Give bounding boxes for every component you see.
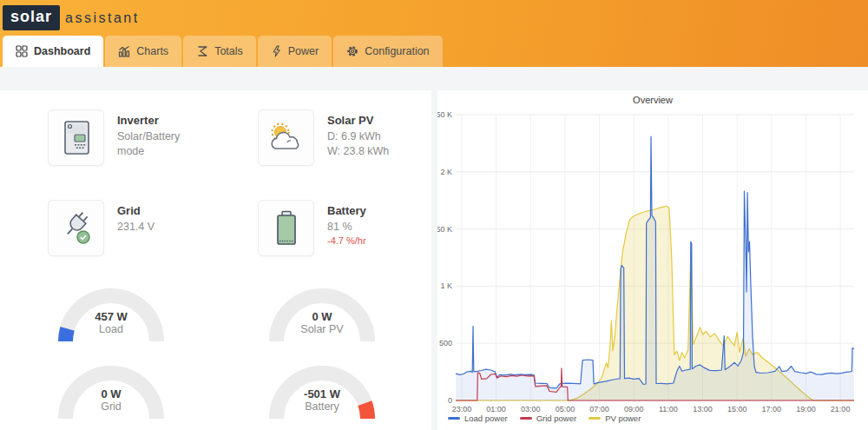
svg-text:09:00: 09:00 <box>624 405 644 413</box>
battery-soc: 81 % <box>327 220 366 235</box>
svg-text:2 K: 2 K <box>440 168 452 176</box>
tab-power[interactable]: Power <box>258 36 332 67</box>
inverter-icon-tile <box>48 109 104 166</box>
tab-label: Configuration <box>365 45 429 57</box>
load-gauge: 457 W Load <box>46 288 176 345</box>
svg-text:2.50 K: 2.50 K <box>437 110 452 119</box>
gear-icon <box>346 45 358 57</box>
legend-load-power[interactable]: Load power <box>448 413 508 423</box>
battery-icon <box>269 208 304 248</box>
svg-text:05:00: 05:00 <box>556 405 575 413</box>
grid-card: Grid 231.4 V <box>48 200 258 256</box>
tab-label: Dashboard <box>34 45 90 57</box>
svg-text:01:00: 01:00 <box>486 405 506 413</box>
dashboard-grid-icon <box>16 45 28 57</box>
svg-text:21:00: 21:00 <box>831 405 851 413</box>
load-gauge-label: Load <box>46 323 176 336</box>
grid-gauge-value: 0 W <box>46 387 176 400</box>
pv-power-swatch <box>589 417 601 420</box>
svg-text:1 K: 1 K <box>440 281 452 290</box>
tab-label: Totals <box>214 45 243 57</box>
tab-totals[interactable]: Totals <box>183 36 256 67</box>
svg-text:11:00: 11:00 <box>659 405 678 413</box>
overview-chart-panel: Overview 23:0001:0003:0005:0007:0009:001… <box>437 90 868 430</box>
solar-pv-gauge-label: Solar PV <box>257 323 387 336</box>
brand-name: assistant <box>65 10 140 26</box>
solar-pv-day-value: D: 6.9 kWh <box>327 129 389 144</box>
battery-rate: -4.7 %/hr <box>327 235 366 247</box>
overview-chart: 23:0001:0003:0005:0007:0009:0011:0013:00… <box>437 90 868 415</box>
sigma-icon <box>196 45 208 57</box>
grid-icon-tile <box>48 200 104 256</box>
svg-text:13:00: 13:00 <box>693 405 713 413</box>
svg-text:15:00: 15:00 <box>727 405 747 413</box>
tab-configuration[interactable]: Configuration <box>333 36 442 67</box>
bar-chart-icon <box>118 45 130 57</box>
inverter-card: Inverter Solar/Battery mode <box>48 109 258 166</box>
svg-text:03:00: 03:00 <box>521 405 541 413</box>
grid-title: Grid <box>117 204 155 217</box>
battery-gauge-label: Battery <box>257 400 387 413</box>
solar-logo: solar <box>3 5 60 30</box>
sun-cloud-icon <box>266 120 306 156</box>
svg-text:07:00: 07:00 <box>589 405 609 413</box>
plug-check-icon <box>56 208 96 248</box>
legend-label: Load power <box>464 413 508 423</box>
inverter-title: Inverter <box>117 114 180 127</box>
svg-text:500: 500 <box>439 339 452 347</box>
solar-pv-week-value: W: 23.8 kWh <box>327 144 389 159</box>
legend-label: Grid power <box>536 413 576 423</box>
grid-gauge-label: Grid <box>46 400 176 413</box>
top-header: solar assistant Dashboard Charts Totals <box>0 0 868 67</box>
svg-text:17:00: 17:00 <box>762 405 782 413</box>
battery-icon-tile <box>258 200 314 256</box>
solar-pv-title: Solar PV <box>327 114 389 127</box>
power-gauges: 457 W Load 0 W Solar PV 0 W Grid <box>0 256 431 422</box>
legend-label: PV power <box>605 413 641 423</box>
legend-grid-power[interactable]: Grid power <box>520 413 576 423</box>
battery-gauge-value: -501 W <box>257 387 387 400</box>
grid-power-swatch <box>520 417 532 420</box>
solar-pv-gauge-value: 0 W <box>257 310 387 323</box>
solar-pv-gauge: 0 W Solar PV <box>257 288 387 345</box>
legend-pv-power[interactable]: PV power <box>589 413 641 423</box>
battery-title: Battery <box>327 204 366 217</box>
battery-gauge: -501 W Battery <box>257 365 387 422</box>
tab-charts[interactable]: Charts <box>105 36 181 67</box>
main-tabs: Dashboard Charts Totals Power <box>0 36 868 67</box>
tab-label: Charts <box>136 45 168 57</box>
chart-legend: Load power Grid power PV power <box>448 413 641 423</box>
load-power-swatch <box>448 417 460 420</box>
svg-text:1.50 K: 1.50 K <box>437 225 452 234</box>
status-panel: Inverter Solar/Battery mode Solar PV <box>0 90 431 430</box>
svg-text:19:00: 19:00 <box>796 405 816 413</box>
inverter-mode-line2: mode <box>117 144 180 159</box>
battery-card: Battery 81 % -4.7 %/hr <box>258 200 423 256</box>
tab-dashboard[interactable]: Dashboard <box>3 36 103 67</box>
inverter-icon <box>59 118 94 158</box>
tab-label: Power <box>288 45 319 57</box>
page-content: Inverter Solar/Battery mode Solar PV <box>0 67 868 430</box>
inverter-mode-line1: Solar/Battery <box>117 129 180 144</box>
svg-text:23:00: 23:00 <box>452 405 472 413</box>
load-gauge-value: 457 W <box>46 310 176 323</box>
status-cards: Inverter Solar/Battery mode Solar PV <box>0 90 431 256</box>
lightning-icon <box>271 45 282 57</box>
solar-pv-card: Solar PV D: 6.9 kWh W: 23.8 kWh <box>258 109 423 166</box>
logo-text: solar <box>10 8 52 25</box>
solar-pv-icon-tile <box>258 109 314 166</box>
svg-text:0: 0 <box>448 396 452 405</box>
brand: solar assistant <box>0 0 868 36</box>
grid-voltage: 231.4 V <box>117 220 155 235</box>
grid-gauge: 0 W Grid <box>46 365 176 422</box>
